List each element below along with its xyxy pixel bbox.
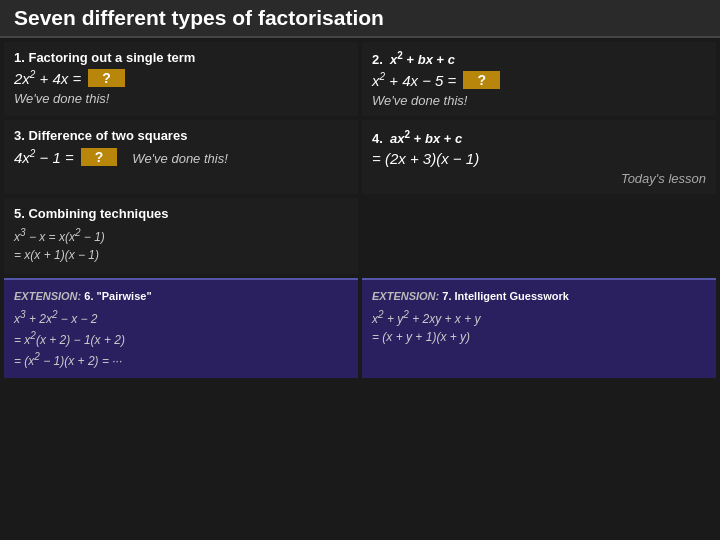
section-4: 4. ax2 + bx + c = (2x + 3)(x − 1) Today'… <box>362 120 716 193</box>
section-2-title: 2. x2 + bx + c <box>372 50 706 67</box>
section-2: 2. x2 + bx + c x2 + 4x − 5 = ? We've don… <box>362 42 716 116</box>
section-7-title: EXTENSION: 7. Intelligent Guesswork <box>372 288 706 303</box>
section-3-title: 3. Difference of two squares <box>14 128 348 143</box>
section-1-done: We've done this! <box>14 91 348 106</box>
section-4-title: 4. ax2 + bx + c <box>372 128 706 145</box>
section-2-answer: ? <box>463 71 500 89</box>
section-3-answer: ? <box>81 148 118 166</box>
section-6-math: x3 + 2x2 − x − 2 = x2(x + 2) − 1(x + 2) … <box>14 307 348 370</box>
section-4-today: Today's lesson <box>372 171 706 186</box>
section-1-math: 2x2 + 4x = ? <box>14 69 348 87</box>
section-5-math: x3 − x = x(x2 − 1) = x(x + 1)(x − 1) <box>14 225 348 264</box>
section-7-math: x2 + y2 + 2xy + x + y = (x + y + 1)(x + … <box>372 307 706 346</box>
section-1-title: 1. Factoring out a single term <box>14 50 348 65</box>
section-4-math: = (2x + 3)(x − 1) <box>372 150 706 167</box>
section-6: EXTENSION: 6. "Pairwise" x3 + 2x2 − x − … <box>4 278 358 378</box>
section-7: EXTENSION: 7. Intelligent Guesswork x2 +… <box>362 278 716 378</box>
section-2-math: x2 + 4x − 5 = ? <box>372 71 706 89</box>
header: Seven different types of factorisation <box>0 0 720 38</box>
section-3-done: We've done this! <box>132 151 227 166</box>
section-2-done: We've done this! <box>372 93 706 108</box>
section-1: 1. Factoring out a single term 2x2 + 4x … <box>4 42 358 116</box>
section-3-math: 4x2 − 1 = ? We've done this! <box>14 147 348 166</box>
section-1-answer: ? <box>88 69 125 87</box>
page-title: Seven different types of factorisation <box>14 6 384 29</box>
section-5: 5. Combining techniques x3 − x = x(x2 − … <box>4 198 358 274</box>
section-6-title: EXTENSION: 6. "Pairwise" <box>14 288 348 303</box>
section-5-spacer <box>362 198 716 274</box>
section-5-title: 5. Combining techniques <box>14 206 348 221</box>
section-3: 3. Difference of two squares 4x2 − 1 = ?… <box>4 120 358 193</box>
